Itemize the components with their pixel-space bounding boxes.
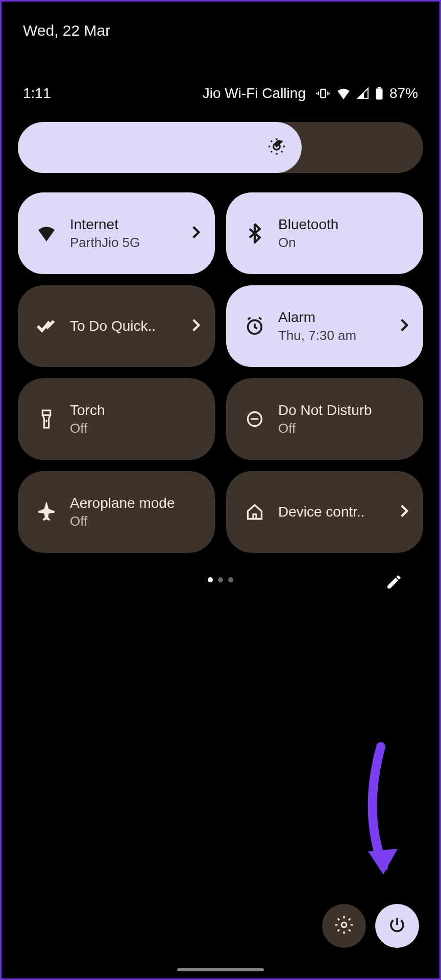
tile-subtitle: On xyxy=(278,235,409,251)
tile-subtitle: Off xyxy=(278,421,409,436)
carrier-label: Jio Wi-Fi Calling xyxy=(203,85,306,102)
airplane-icon xyxy=(36,502,57,522)
tile-bluetooth[interactable]: Bluetooth On xyxy=(226,192,423,274)
alarm-icon xyxy=(244,316,265,336)
svg-point-14 xyxy=(341,922,347,927)
chevron-right-icon xyxy=(191,318,201,334)
svg-rect-6 xyxy=(376,88,382,100)
svg-rect-5 xyxy=(378,87,381,88)
tile-todo[interactable]: To Do Quick.. xyxy=(18,285,215,367)
dnd-icon xyxy=(244,410,265,428)
brightness-icon xyxy=(267,137,286,158)
chevron-right-icon xyxy=(400,318,409,334)
vibrate-icon xyxy=(316,86,330,101)
tile-title: Aeroplane mode xyxy=(70,495,201,511)
tile-title: Alarm xyxy=(278,309,386,326)
tile-title: To Do Quick.. xyxy=(70,318,178,334)
tile-alarm[interactable]: Alarm Thu, 7:30 am xyxy=(226,285,423,367)
tile-title: Do Not Disturb xyxy=(278,402,409,419)
page-dot xyxy=(228,577,233,582)
home-icon xyxy=(244,503,265,521)
tile-internet[interactable]: Internet ParthJio 5G xyxy=(18,192,215,274)
settings-button[interactable] xyxy=(322,904,366,948)
date-label: Wed, 22 Mar xyxy=(23,22,423,39)
check-icon xyxy=(36,319,57,333)
signal-icon xyxy=(357,87,369,100)
power-icon xyxy=(388,916,406,936)
brightness-slider[interactable] xyxy=(18,122,423,173)
tile-title: Device contr.. xyxy=(278,504,386,520)
gear-icon xyxy=(334,915,354,937)
tile-title: Torch xyxy=(70,402,201,419)
torch-icon xyxy=(36,409,57,429)
chevron-right-icon xyxy=(400,504,409,520)
tile-subtitle: Off xyxy=(70,421,201,436)
page-dot xyxy=(218,577,223,582)
svg-rect-0 xyxy=(321,89,325,97)
status-bar: 1:11 Jio Wi-Fi Calling 87% xyxy=(18,85,423,102)
wifi-icon xyxy=(336,87,351,100)
edit-tiles-button[interactable] xyxy=(385,573,403,593)
wifi-icon xyxy=(36,225,57,241)
tile-dnd[interactable]: Do Not Disturb Off xyxy=(226,378,423,460)
tile-subtitle: ParthJio 5G xyxy=(70,235,178,251)
svg-rect-13 xyxy=(253,514,256,519)
svg-rect-9 xyxy=(42,410,50,415)
tile-device-controls[interactable]: Device contr.. xyxy=(226,471,423,553)
annotation-arrow xyxy=(332,742,409,897)
tile-subtitle: Thu, 7:30 am xyxy=(278,328,386,344)
bluetooth-icon xyxy=(244,223,265,243)
navigation-handle[interactable] xyxy=(177,968,264,971)
battery-icon xyxy=(375,87,383,100)
tile-airplane[interactable]: Aeroplane mode Off xyxy=(18,471,215,553)
battery-percentage: 87% xyxy=(389,85,418,102)
page-indicator xyxy=(18,577,423,582)
clock: 1:11 xyxy=(23,85,51,102)
tile-title: Bluetooth xyxy=(278,216,409,233)
chevron-right-icon xyxy=(191,225,201,241)
tile-title: Internet xyxy=(70,216,178,233)
page-dot xyxy=(208,577,213,582)
tile-subtitle: Off xyxy=(70,513,201,529)
tile-torch[interactable]: Torch Off xyxy=(18,378,215,460)
power-button[interactable] xyxy=(375,904,419,948)
